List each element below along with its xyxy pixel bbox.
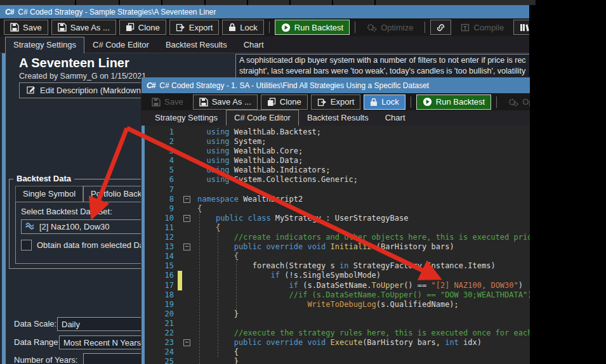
- screenshot-root: C# C# Coded Strategy - Sample Strategies…: [0, 0, 606, 364]
- back-tab-strategy-settings[interactable]: Strategy Settings: [5, 37, 84, 53]
- link-button[interactable]: [430, 20, 451, 35]
- compile-button: Compile: [454, 20, 510, 35]
- changed-line-marker: [178, 281, 182, 290]
- change-bar-column: [174, 252, 183, 261]
- fold-column: −: [183, 242, 197, 252]
- fold-column: [183, 127, 197, 137]
- run-icon: [423, 97, 432, 107]
- fold-marker-icon[interactable]: −: [183, 215, 190, 222]
- code-text: public class MyStrategy : UserStrategyBa…: [197, 214, 408, 223]
- clone-button[interactable]: Clone: [119, 20, 166, 35]
- field-label: Data Scale:: [14, 319, 56, 328]
- line-number: 14: [145, 252, 174, 261]
- pencil-icon: [27, 85, 36, 96]
- code-text: //if (s.DataSetName.ToUpper() == "DOW 30…: [197, 290, 530, 300]
- code-line-15: 15 foreach(Strategy s in StrategyFactory…: [145, 261, 530, 271]
- dataset-dropdown[interactable]: [2] Naz100, Dow30: [21, 219, 150, 234]
- fold-column: [183, 166, 197, 175]
- line-number: 5: [145, 166, 174, 175]
- save-as-button[interactable]: Save As ...: [193, 94, 258, 110]
- fold-marker-icon[interactable]: −: [183, 244, 190, 250]
- fold-column: [183, 357, 197, 364]
- floppy-icon: [10, 23, 19, 32]
- description-box[interactable]: A sophisticated dip buyer system with a …: [235, 54, 529, 80]
- gears-icon: [508, 98, 518, 107]
- change-bar-column: [174, 300, 183, 309]
- back-window-titlebar[interactable]: C# C# Coded Strategy - Sample Strategies…: [0, 5, 529, 18]
- back-tab-chart[interactable]: Chart: [235, 37, 272, 53]
- code-line-11: 11 {: [145, 223, 530, 233]
- code-line-8: 8−namespace WealthScript2: [145, 195, 530, 204]
- change-bar-column: [174, 290, 183, 300]
- csharp-logo-icon: C#: [5, 8, 13, 16]
- save-as-button[interactable]: Save As ...: [51, 20, 116, 35]
- back-tab-c-code-editor[interactable]: C# Code Editor: [84, 37, 157, 53]
- line-number: 25: [145, 357, 174, 364]
- change-bar-column: [174, 242, 183, 252]
- clone-label: Clone: [280, 97, 301, 107]
- code-line-17: 17 if (s.DataSetName.ToUpper() == "[2] N…: [145, 281, 530, 290]
- line-number: 4: [145, 156, 174, 166]
- front-tab-c-code-editor[interactable]: C# Code Editor: [226, 110, 299, 126]
- fold-marker-icon[interactable]: −: [183, 339, 190, 346]
- code-editor[interactable]: 1 using WealthLab.Backtest;2 using Syste…: [142, 126, 530, 364]
- line-number: 8: [145, 195, 174, 204]
- line-number: 20: [145, 309, 174, 319]
- line-number: 23: [145, 338, 174, 348]
- change-bar-column: [174, 185, 183, 195]
- change-bar-column: [174, 261, 183, 271]
- line-number: 12: [145, 233, 174, 242]
- change-bar-column: [174, 223, 183, 233]
- code-line-22: 22 //execute the strategy rules here, th…: [145, 328, 530, 338]
- line-number: 11: [145, 223, 174, 233]
- export-button[interactable]: Export: [169, 20, 220, 35]
- code-text: //execute the strategy rules here, this …: [197, 328, 530, 338]
- front-tab-backtest-results[interactable]: Backtest Results: [299, 110, 377, 126]
- line-number: 21: [145, 319, 174, 328]
- back-tab-backtest-results[interactable]: Backtest Results: [157, 37, 235, 53]
- lock-button[interactable]: Lock: [364, 94, 405, 110]
- clone-icon: [126, 23, 135, 32]
- change-bar-column: [174, 319, 183, 328]
- code-text: using WealthLab.Backtest;: [197, 127, 321, 137]
- export-button[interactable]: Export: [311, 94, 361, 110]
- code-line-14: 14 {: [145, 252, 530, 261]
- front-tab-chart[interactable]: Chart: [377, 110, 414, 126]
- view-quickref-button[interactable]: View QuickRef: [513, 20, 529, 35]
- obtain-data-checkbox[interactable]: [21, 240, 32, 250]
- fold-column: −: [183, 195, 197, 204]
- fold-marker-icon[interactable]: −: [183, 196, 190, 203]
- front-window-titlebar[interactable]: C# C# Coded Strategy - 1. SA - Utilities…: [142, 77, 530, 93]
- edit-description-button[interactable]: Edit Description (Markdown): [19, 82, 151, 98]
- code-line-1: 1 using WealthLab.Backtest;: [145, 127, 530, 137]
- strip-divider: [374, 0, 376, 5]
- lock-label: Lock: [240, 23, 257, 32]
- fold-column: [183, 204, 197, 214]
- run-backtest-button[interactable]: Run Backtest: [275, 20, 350, 35]
- code-text: if (s.DataSetName.ToUpper() == "[2] NAZ1…: [197, 281, 523, 290]
- backtest-mode-tab-single-symbol[interactable]: Single Symbol: [15, 186, 83, 203]
- optimize-label: Optimize: [522, 97, 530, 107]
- toolbar-separator: [269, 22, 270, 33]
- fold-column: [183, 146, 197, 156]
- run-backtest-button[interactable]: Run Backtest: [416, 94, 491, 110]
- run-backtest-label: Run Backtest: [294, 23, 343, 32]
- strip-divider: [119, 0, 120, 5]
- gears-icon: [367, 23, 377, 32]
- link-icon: [437, 23, 445, 32]
- line-number: 2: [145, 137, 174, 146]
- change-bar-column: [174, 214, 183, 223]
- lock-button[interactable]: Lock: [222, 20, 263, 35]
- line-number: 7: [145, 185, 174, 195]
- front-tab-strategy-settings[interactable]: Strategy Settings: [147, 110, 226, 126]
- change-bar-column: [174, 195, 183, 204]
- fold-column: [183, 309, 197, 319]
- fold-column: [183, 261, 197, 271]
- clone-button[interactable]: Clone: [261, 94, 308, 110]
- change-bar-column: [174, 156, 183, 166]
- strategy-title: A Seventeen Liner: [19, 56, 129, 70]
- front-window-title: C# Coded Strategy - 1. SA - Utilities\Fi…: [159, 81, 429, 90]
- code-text: if (!s.SingleSymbolMode): [197, 271, 381, 280]
- save-button[interactable]: Save: [4, 20, 48, 35]
- code-line-19: 19 WriteToDebugLog(s.QualifiedName);: [145, 300, 530, 309]
